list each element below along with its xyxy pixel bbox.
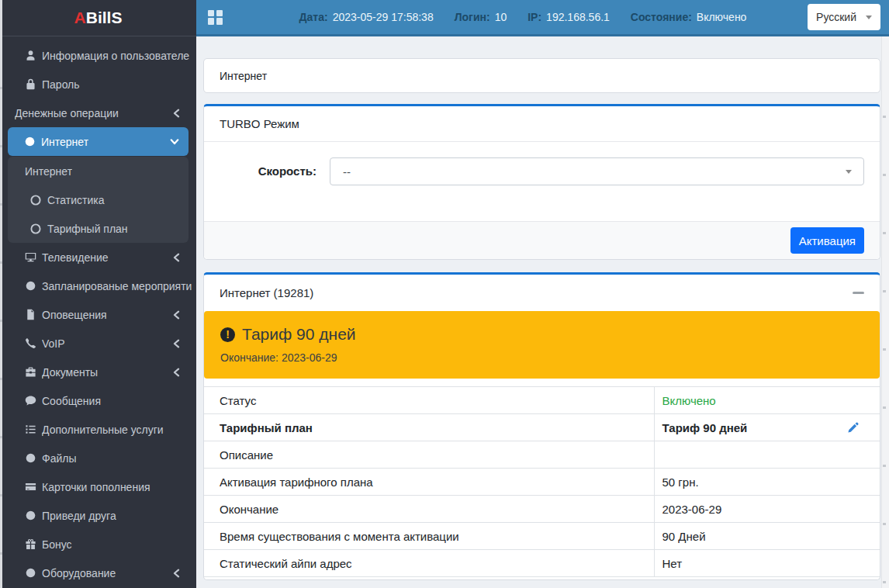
session-info-label: Дата: <box>299 11 328 23</box>
sidebar-item-label: Запланированые мероприятия <box>42 280 192 292</box>
sidebar-item-refill-cards[interactable]: Карточки пополнения <box>0 472 196 501</box>
chevron-down-icon <box>170 138 179 145</box>
sidebar-item-notifications[interactable]: Оповещения <box>0 300 196 329</box>
sidebar-item-statistics[interactable]: Статистика <box>8 185 189 214</box>
row-value: 2023-06-29 <box>654 496 880 523</box>
chevron-down-icon <box>846 170 852 174</box>
sidebar-item-internet[interactable]: Интернет <box>8 127 189 156</box>
content: Интернет TURBO Режим Скорость: -- Актива… <box>196 36 889 588</box>
topbar: Дата:2023-05-29 17:58:38Логин:10IP:192.1… <box>196 0 889 36</box>
brand-accent-letter: A <box>74 9 86 27</box>
sidebar-item-label: Приведи друга <box>42 510 116 522</box>
row-value: Тариф 90 дней <box>654 414 880 441</box>
table-row: Статический айпи адресНет <box>204 550 880 577</box>
left-scrollbar[interactable] <box>0 0 2 588</box>
breadcrumb-title: Интернет <box>220 70 267 82</box>
turbo-card-header: TURBO Режим <box>204 106 880 142</box>
sidebar-item-tariff-plan[interactable]: Тарифный план <box>8 214 189 243</box>
row-label: Описание <box>204 441 654 469</box>
chevron-left-icon <box>173 253 180 262</box>
sidebar-item-label: Пароль <box>42 78 80 91</box>
sidebar-item-label: Интернет <box>41 136 88 148</box>
turbo-card-footer: Активация <box>204 221 880 259</box>
tv-icon <box>25 251 36 263</box>
table-row: Активация тарифного плана50 грн. <box>204 469 880 496</box>
table-row: Окончание2023-06-29 <box>204 496 880 523</box>
sidebar-item-television[interactable]: Телевидение <box>0 243 196 272</box>
dot-icon <box>25 452 36 464</box>
row-value-text: Включено <box>662 394 716 407</box>
session-info: Дата:2023-05-29 17:58:38Логин:10IP:192.1… <box>238 11 808 23</box>
tariff-alert: ! Тариф 90 дней Окончание: 2023-06-29 <box>204 311 880 379</box>
spacer <box>204 379 880 386</box>
sidebar: ABillS Информация о пользователеПарольДе… <box>0 0 196 588</box>
exclamation-icon: ! <box>220 327 235 342</box>
list-icon <box>25 424 36 435</box>
speed-select[interactable]: -- <box>330 157 864 185</box>
session-info-value: 192.168.56.1 <box>546 11 610 23</box>
session-info-field: Логин:10 <box>455 11 507 23</box>
lock-icon <box>25 78 36 90</box>
comment-icon <box>25 395 36 406</box>
turbo-card-title: TURBO Режим <box>220 117 299 130</box>
sidebar-item-equipment[interactable]: Оборудование <box>0 559 196 587</box>
sidebar-nav: Информация о пользователеПарольДенежные … <box>0 36 196 587</box>
sidebar-item-files[interactable]: Файлы <box>0 444 196 472</box>
activation-button[interactable]: Активация <box>790 227 864 254</box>
row-value: 50 грн. <box>654 469 880 496</box>
row-label: Статус <box>204 387 654 414</box>
collapse-icon[interactable] <box>853 292 864 294</box>
sidebar-item-user-info[interactable]: Информация о пользователе <box>0 41 196 70</box>
gift-icon <box>25 538 36 550</box>
sidebar-item-label: Интернет <box>25 165 72 178</box>
sidebar-item-label: Телевидение <box>42 251 109 264</box>
phone-icon <box>25 337 36 349</box>
speed-label: Скорость: <box>220 157 317 221</box>
chevron-down-icon <box>866 16 872 19</box>
table-row: СтатусВключено <box>204 387 880 414</box>
sidebar-item-bonus[interactable]: Бонус <box>0 530 196 559</box>
chevron-left-icon <box>173 109 180 118</box>
sidebar-item-messages[interactable]: Сообщения <box>0 386 196 415</box>
app-root: ABillS Информация о пользователеПарольДе… <box>0 0 889 588</box>
table-row: Тарифный планТариф 90 дней <box>204 414 880 441</box>
circle-icon <box>29 193 43 206</box>
language-select[interactable]: Русский <box>808 4 880 30</box>
sidebar-item-documents[interactable]: Документы <box>0 358 196 386</box>
dot-icon <box>25 510 36 521</box>
row-value: Нет <box>654 550 880 577</box>
sidebar-item-label: Бонус <box>42 538 72 551</box>
chevron-left-icon <box>173 569 180 578</box>
sidebar-item-label: Дополнительные услуги <box>42 424 164 436</box>
sidebar-item-voip[interactable]: VoIP <box>0 329 196 358</box>
row-label: Время существования с момента активации <box>204 523 654 550</box>
sidebar-item-label: Тарифный план <box>47 223 128 235</box>
sidebar-item-additional-services[interactable]: Дополнительные услуги <box>0 415 196 444</box>
sidebar-item-label: VoIP <box>42 337 65 350</box>
brand-logo[interactable]: ABillS <box>0 0 196 36</box>
row-label: Статический айпи адрес <box>204 550 654 577</box>
user-icon <box>25 50 36 61</box>
speed-select-value: -- <box>343 165 351 178</box>
edit-pencil-icon[interactable] <box>847 422 859 434</box>
right-scrollbar[interactable] <box>881 36 889 588</box>
session-info-label: IP: <box>528 11 541 23</box>
session-info-field: IP:192.168.56.1 <box>528 11 610 23</box>
dot-icon <box>25 567 36 579</box>
session-info-value: 10 <box>495 11 507 23</box>
sidebar-item-password[interactable]: Пароль <box>0 70 196 99</box>
sidebar-item-label: Сообщения <box>42 395 101 407</box>
sidebar-item-money-operations[interactable]: Денежные операции <box>0 99 196 127</box>
sidebar-subheader-internet[interactable]: Интернет <box>8 157 189 185</box>
sidebar-item-refer-friend[interactable]: Приведи друга <box>0 501 196 530</box>
row-value: Включено <box>654 387 880 414</box>
chevron-left-icon <box>173 339 180 348</box>
main-area: Дата:2023-05-29 17:58:38Логин:10IP:192.1… <box>196 0 889 588</box>
dot-icon <box>24 136 36 147</box>
session-info-value: 2023-05-29 17:58:38 <box>333 11 434 23</box>
menu-grid-icon[interactable] <box>208 10 223 25</box>
sidebar-item-scheduled-events[interactable]: Запланированые мероприятия <box>0 272 196 300</box>
dot-icon <box>25 280 36 292</box>
table-row: Описание <box>204 441 880 469</box>
row-value-text: Тариф 90 дней <box>662 421 748 434</box>
